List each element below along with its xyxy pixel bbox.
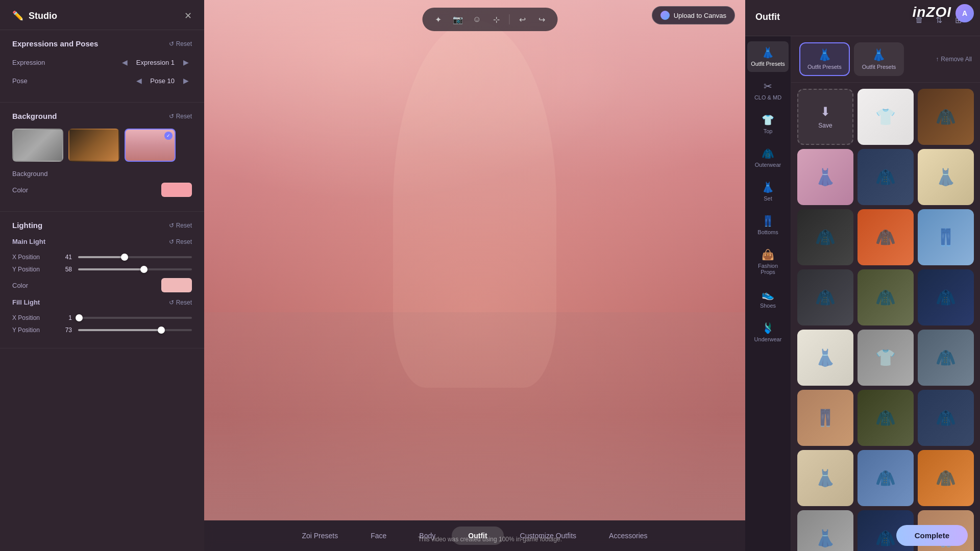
category-fashion-props[interactable]: 👜 Fashion Props [747,243,789,280]
outfit-title: Outfit [755,12,780,22]
background-selected-check: ✓ [164,132,173,140]
complete-button[interactable]: Complete [896,525,968,546]
background-section: Background ↺ Reset ✓ Background Color [0,103,204,212]
fill-light-x-thumb[interactable] [76,314,83,321]
background-thumb-2[interactable] [68,129,119,162]
expressions-reset-button[interactable]: ↺ Reset [169,40,192,47]
outfit-presets-btn2[interactable]: 👗 Outfit Presets [854,42,904,76]
outfit-card-12[interactable]: 👗 [797,330,853,386]
fill-light-reset-button[interactable]: ↺ Reset [169,299,192,306]
toolbar-redo[interactable]: ↪ [533,11,551,28]
category-set[interactable]: 👗 Set [747,176,789,207]
category-bottoms[interactable]: 👖 Bottoms [747,210,789,240]
expressions-poses-section: Expressions and Poses ↺ Reset Expression… [0,30,204,103]
pose-next[interactable]: ▶ [180,74,192,87]
fill-light-title: Fill Light [12,298,40,306]
toolbar-camera[interactable]: 📷 [449,11,467,28]
background-thumb-3[interactable]: ✓ [125,129,176,162]
toolbar-undo[interactable]: ↩ [514,11,531,28]
set-icon: 👗 [762,181,774,193]
user-avatar[interactable]: A [955,4,974,22]
expression-next[interactable]: ▶ [180,56,192,68]
toolbar-body[interactable]: ⊹ [488,11,505,28]
lighting-section: Lighting ↺ Reset Main Light ↺ Reset X Po… [0,212,204,348]
background-color-swatch[interactable] [161,183,192,197]
outfit-card-4[interactable]: 🧥 [857,149,914,205]
outfit-card-18[interactable]: 👗 [797,450,853,506]
outfit-card-15[interactable]: 👖 [797,390,853,446]
category-shoes[interactable]: 👟 Shoes [747,283,789,314]
background-header: Background ↺ Reset [12,112,192,120]
outfit-card-13[interactable]: 👕 [857,330,914,386]
expression-label: Expression [12,59,45,66]
outfit-card-9[interactable]: 🧥 [797,269,853,325]
expression-prev[interactable]: ◀ [119,56,131,68]
main-light-x-thumb[interactable] [121,254,128,261]
outfit-card-17[interactable]: 🧥 [918,390,974,446]
outfit-card-16[interactable]: 🧥 [857,390,914,446]
underwear-icon: 🩱 [762,322,774,334]
fill-light-y-track[interactable] [78,329,192,331]
pose-prev[interactable]: ◀ [133,74,145,87]
studio-title: Studio [29,11,57,21]
outfit-card-2[interactable]: 🧥 [918,89,974,145]
expressions-header: Expressions and Poses ↺ Reset [12,39,192,48]
studio-icon: ✏️ [12,10,23,21]
cloth-icon-19: 🧥 [857,450,914,506]
pose-row: Pose ◀ Pose 10 ▶ [12,74,192,87]
category-outfit-presets[interactable]: 👗 Outfit Presets [747,41,789,72]
main-light-x-track[interactable] [78,256,192,258]
outfit-save-card[interactable]: ⬇ Save [797,89,853,145]
tab-face[interactable]: Face [354,527,403,545]
tab-accessories[interactable]: Accessories [593,527,664,545]
fill-light-y-value: 73 [59,327,72,334]
main-light-y-row: Y Position 58 [12,266,192,273]
outfit-presets-row: 👗 Outfit Presets 👗 Outfit Presets ↑ Remo… [791,36,980,83]
outfit-card-11[interactable]: 🧥 [918,269,974,325]
outfit-card-7[interactable]: 🧥 [857,209,914,265]
tab-zoi-presets[interactable]: Zoi Presets [285,527,354,545]
fill-light-y-row: Y Position 73 [12,327,192,334]
fill-light-y-thumb[interactable] [158,327,165,334]
fill-light-x-track[interactable] [78,317,192,319]
main-light-header: Main Light ↺ Reset [12,238,192,245]
main-light-color-swatch[interactable] [161,278,192,292]
category-underwear[interactable]: 🩱 Underwear [747,317,789,347]
outfit-card-20[interactable]: 🧥 [918,450,974,506]
fill-light-x-label: X Position [12,314,53,321]
outfit-card-3[interactable]: 👗 [797,149,853,205]
outfit-card-19[interactable]: 🧥 [857,450,914,506]
outfit-card-21[interactable]: 👗 [797,510,853,551]
outfit-card-5[interactable]: 👗 [918,149,974,205]
preset-icon: 👗 [818,48,831,62]
background-thumb-1[interactable] [12,129,63,162]
outfit-card-8[interactable]: 👖 [918,209,974,265]
background-reset-button[interactable]: ↺ Reset [169,113,192,120]
outfit-card-1[interactable]: 👕 [857,89,914,145]
outfit-presets-btn[interactable]: 👗 Outfit Presets [799,42,850,76]
outfit-card-6[interactable]: 🧥 [797,209,853,265]
main-light-y-track[interactable] [78,268,192,270]
upload-canvas-button[interactable]: Upload to Canvas [652,6,735,24]
lighting-reset-button[interactable]: ↺ Reset [169,222,192,229]
main-light-reset-button[interactable]: ↺ Reset [169,238,192,245]
category-clo-md[interactable]: ✂ CLO & MD [747,75,789,106]
right-panel-body: 👗 Outfit Presets ✂ CLO & MD 👕 Top 🧥 Oute… [745,36,980,551]
category-top[interactable]: 👕 Top [747,109,789,139]
clo-md-icon: ✂ [764,80,772,92]
cloth-icon-21: 👗 [797,510,853,551]
toolbar-face[interactable]: ☺ [469,11,486,28]
category-outerwear[interactable]: 🧥 Outerwear [747,142,789,173]
cloth-icon-20: 🧥 [918,450,974,506]
remove-all-button[interactable]: ↑ Remove All [936,56,972,63]
fill-light-y-label: Y Position [12,327,53,334]
main-light-y-thumb[interactable] [140,266,148,273]
outfit-card-14[interactable]: 🧥 [918,330,974,386]
fill-light-header: Fill Light ↺ Reset [12,298,192,306]
cloth-icon-3: 👗 [797,149,853,205]
category-sidebar: 👗 Outfit Presets ✂ CLO & MD 👕 Top 🧥 Oute… [745,36,791,551]
toolbar-move[interactable]: ✦ [430,11,447,28]
outfit-card-10[interactable]: 🧥 [857,269,914,325]
close-panel-button[interactable]: ✕ [184,10,192,21]
cloth-icon-15: 👖 [797,390,853,446]
